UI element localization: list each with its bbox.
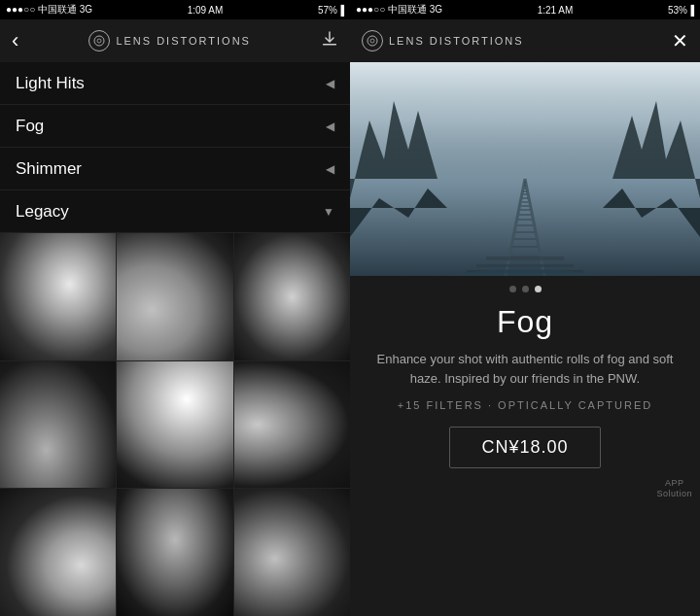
svg-point-1 (97, 39, 101, 43)
nav-arrow-light-hits: ◀ (326, 77, 334, 90)
grid-cell-6[interactable] (234, 361, 350, 489)
fog-scene (350, 62, 700, 276)
download-button[interactable] (321, 30, 338, 52)
grid-cell-7[interactable] (0, 489, 116, 616)
header-right: LENS DISTORTIONS ✕ (350, 19, 700, 62)
product-info: Fog Enhance your shot with authentic rol… (350, 298, 700, 616)
logo-text-left: LENS DISTORTIONS (116, 35, 251, 47)
logo-area-left: LENS DISTORTIONS (88, 30, 251, 51)
grid-cell-9[interactable] (234, 489, 350, 616)
nav-arrow-fog: ◀ (326, 120, 334, 133)
signal-right: ●●●○○ 中国联通 3G (356, 3, 442, 17)
product-description: Enhance your shot with authentic rolls o… (373, 350, 677, 388)
page-dots (350, 276, 700, 298)
dot-3[interactable] (535, 286, 542, 292)
svg-point-0 (94, 36, 104, 46)
right-panel: ●●●○○ 中国联通 3G 1:21 AM 53%▐ LENS DISTORTI… (350, 0, 700, 616)
grid-cell-1[interactable] (0, 233, 116, 360)
svg-rect-8 (476, 264, 574, 267)
price-button[interactable]: CN¥18.00 (449, 427, 600, 468)
back-button[interactable]: ‹ (12, 30, 18, 51)
logo-text-right: LENS DISTORTIONS (389, 35, 524, 47)
nav-label-light-hits: Light Hits (16, 74, 85, 93)
logo-icon-right (362, 30, 383, 51)
time-left: 1:09 AM (188, 5, 224, 16)
status-bar-left: ●●●○○ 中国联通 3G 1:09 AM 57%▐ (0, 0, 350, 19)
product-image (350, 62, 700, 276)
nav-arrow-shimmer: ◀ (326, 162, 334, 176)
dot-1[interactable] (509, 286, 516, 292)
nav-item-fog[interactable]: Fog ◀ (0, 105, 350, 148)
nav-label-fog: Fog (16, 117, 44, 136)
svg-rect-2 (323, 44, 336, 46)
dot-2[interactable] (522, 286, 529, 292)
product-title: Fog (497, 304, 553, 340)
header-left: ‹ LENS DISTORTIONS (0, 19, 350, 62)
logo-icon-left (88, 30, 110, 51)
svg-point-4 (370, 39, 374, 43)
nav-item-light-hits[interactable]: Light Hits ◀ (0, 62, 350, 105)
battery-right: 53%▐ (668, 5, 694, 16)
nav-item-legacy[interactable]: Legacy ▼ (0, 190, 350, 233)
grid-cell-5[interactable] (117, 361, 232, 489)
grid-cell-2[interactable] (117, 233, 232, 360)
status-bar-right: ●●●○○ 中国联通 3G 1:21 AM 53%▐ (350, 0, 700, 19)
nav-label-shimmer: Shimmer (16, 159, 82, 179)
time-right: 1:21 AM (538, 5, 574, 16)
grid-cell-3[interactable] (234, 233, 350, 360)
nav-item-shimmer[interactable]: Shimmer ◀ (0, 148, 350, 190)
grid-cell-4[interactable] (0, 361, 116, 489)
nav-arrow-legacy: ▼ (323, 205, 334, 219)
signal-left: ●●●○○ 中国联通 3G (6, 3, 92, 17)
grid-cell-8[interactable] (117, 489, 232, 616)
left-panel: ●●●○○ 中国联通 3G 1:09 AM 57%▐ ‹ LENS DISTOR… (0, 0, 350, 616)
watermark: APP Solution (656, 478, 692, 499)
nav-label-legacy: Legacy (16, 202, 69, 222)
close-button[interactable]: ✕ (672, 29, 688, 52)
filter-grid (0, 233, 350, 616)
svg-point-3 (368, 36, 377, 46)
product-subtitle: +15 FILTERS · OPTICALLY CAPTURED (398, 399, 652, 411)
svg-rect-7 (486, 257, 564, 260)
battery-left: 57%▐ (318, 5, 344, 16)
logo-area-right: LENS DISTORTIONS (362, 30, 524, 51)
